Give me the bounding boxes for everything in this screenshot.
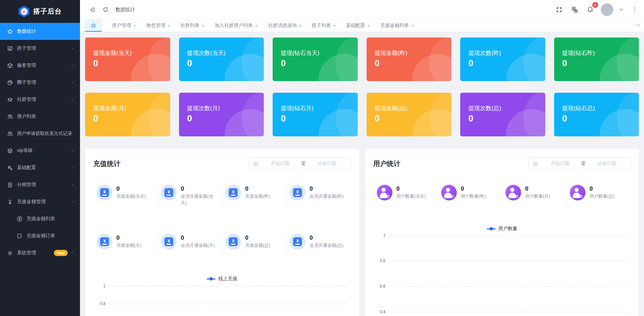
sidebar-item-vip-level[interactable]: vip等级 <box>0 142 80 159</box>
yen-badge-icon: ¥ <box>161 185 177 200</box>
tab-role-management[interactable]: 角色管理× <box>146 22 171 29</box>
stat-card-value: 0 <box>93 58 162 69</box>
sidebar-item-contact-request-records[interactable]: 用户申请获取联系方式记录 <box>0 125 80 142</box>
collapse-sidebar-icon[interactable] <box>87 4 98 15</box>
sidebar-item-circle-management[interactable]: 圈子管理 <box>0 74 80 91</box>
sidebar-item-label: 服务管理 <box>17 62 36 69</box>
stat-card-value: 0 <box>187 113 256 124</box>
kebab-menu-icon[interactable]: ⋮ <box>632 6 637 13</box>
star-icon <box>7 29 13 34</box>
chevron-down-icon <box>70 166 75 170</box>
yen-badge-icon: ¥ <box>290 234 305 250</box>
sidebar-item-service-management[interactable]: 服务管理 <box>0 57 80 74</box>
stat-item: ⚙0用户数量(总) <box>566 185 631 209</box>
stat-item: ⚙0用户数量(当天) <box>373 185 438 209</box>
stat-item: ¥0会员开通金额(昨) <box>286 185 351 209</box>
tab-bar: 用户管理× 角色管理× 社群列表× 加入社群用户列表× 社群消息滚动× 搭子列表… <box>80 19 644 32</box>
avatar[interactable] <box>601 3 613 16</box>
tab-join-community-user-list[interactable]: 加入社群用户列表× <box>215 22 258 29</box>
date-end-placeholder[interactable]: 结束日期 <box>587 161 626 167</box>
sidebar-item-label: 系统管理 <box>17 250 36 256</box>
tab-overflow-chevron-icon[interactable] <box>636 23 641 28</box>
sidebar-item-label: 用户列表 <box>17 114 36 120</box>
yen-circle-icon <box>16 216 22 222</box>
tab-user-management[interactable]: 用户管理× <box>112 22 136 29</box>
close-icon[interactable]: × <box>133 23 136 28</box>
fullscreen-icon[interactable] <box>554 4 564 15</box>
stat-card: 提现(钻石总)0 <box>554 93 639 136</box>
tab-community-list[interactable]: 社群列表× <box>180 22 205 29</box>
chart-legend[interactable]: 线上充值 <box>93 275 351 282</box>
tab-home[interactable] <box>85 19 102 32</box>
close-icon[interactable]: × <box>299 23 302 28</box>
stat-value: 0 <box>461 185 486 193</box>
stat-card-value: 0 <box>281 113 350 124</box>
sidebar-subitem-recharge-amount-orders[interactable]: 充值金额订单 <box>0 227 80 244</box>
sidebar-subitem-recharge-amount-list[interactable]: 充值金额列表 <box>0 210 80 227</box>
sidebar-item-distribution-management[interactable]: 分销管理 <box>0 176 80 193</box>
translate-icon[interactable] <box>569 4 580 15</box>
sidebar-item-label: 基础配置 <box>17 165 36 171</box>
tab-basic-config[interactable]: 基础配置× <box>346 22 370 29</box>
app-logo-icon: e <box>18 6 30 17</box>
refresh-icon[interactable] <box>100 4 111 15</box>
stat-card-value: 0 <box>375 58 444 69</box>
stat-item: ¥0充值金额(总) <box>222 234 286 258</box>
date-range-picker[interactable]: 开始日期 至 结束日期 <box>249 157 351 170</box>
y-tick-label: 0.8 <box>373 258 389 263</box>
sidebar-item-dazi-management[interactable]: 搭子管理 <box>0 40 80 57</box>
stat-card: 提现次数(昨)0 <box>460 37 545 81</box>
user-stats-panel: 用户统计 开始日期 至 结束日期 ⚙0用户数量(当天) ⚙0用户数量(昨) ⚙0… <box>365 149 639 316</box>
sidebar-item-system-management[interactable]: 系统管理 New <box>0 244 80 261</box>
sidebar-item-recharge-amount-management[interactable]: 充值金额管理 <box>0 193 80 210</box>
sidebar-item-label: 搭子管理 <box>17 45 36 51</box>
yen-badge-icon: ¥ <box>225 234 241 250</box>
user-line-chart: 用户数量 1 0.8 0.6 0.4 <box>373 225 631 314</box>
tab-label: 用户管理 <box>112 22 131 29</box>
close-icon[interactable]: × <box>255 23 258 28</box>
stat-card: 提现金额(总)0 <box>367 93 452 136</box>
date-start-placeholder[interactable]: 开始日期 <box>261 161 300 167</box>
chevron-down-icon[interactable] <box>616 4 626 15</box>
user-badge-icon: ⚙ <box>441 185 457 200</box>
y-tick-label: 1 <box>373 233 389 238</box>
tab-label: 角色管理 <box>146 22 165 29</box>
y-tick-label: 0.6 <box>373 284 389 289</box>
close-icon[interactable]: × <box>202 23 205 28</box>
close-icon[interactable]: × <box>333 23 336 28</box>
stat-card-title: 提现次数(月) <box>187 104 256 112</box>
date-range-picker[interactable]: 开始日期 至 结束日期 <box>529 157 631 170</box>
chevron-down-icon <box>70 183 75 187</box>
recharge-line-chart: 线上充值 1 0.8 <box>93 275 351 306</box>
date-start-placeholder[interactable]: 开始日期 <box>541 161 580 167</box>
stat-label: 充值金额(昨) <box>245 193 270 200</box>
close-icon[interactable]: × <box>411 23 414 28</box>
stat-card: 提现(钻石昨)0 <box>554 37 639 81</box>
sidebar-item-label: 充值金额管理 <box>17 199 46 205</box>
tab-community-message-scroll[interactable]: 社群消息滚动× <box>268 22 302 29</box>
stat-label: 充值金额(总) <box>245 242 270 249</box>
tab-label: 基础配置 <box>346 22 365 29</box>
tab-dazi-list[interactable]: 搭子列表× <box>312 22 336 29</box>
close-icon[interactable]: × <box>168 23 171 28</box>
sidebar-item-data-stats[interactable]: 数据统计 <box>0 23 80 40</box>
stat-card-value: 0 <box>468 113 537 124</box>
sidebar-item-label: 社群管理 <box>17 96 36 103</box>
date-end-placeholder[interactable]: 结束日期 <box>307 161 347 167</box>
new-badge: New <box>54 250 68 256</box>
yen-badge-icon: ¥ <box>225 185 241 200</box>
stat-label: 用户数量(昨) <box>461 193 486 200</box>
sidebar-item-user-list[interactable]: 用户列表 <box>0 108 80 125</box>
stat-card-title: 提现金额(总) <box>375 104 444 112</box>
tab-recharge-amount-list[interactable]: 充值金额列表× <box>380 22 414 29</box>
stat-item: ¥0会员开通金额(当天) <box>158 185 222 209</box>
sidebar-item-basic-config[interactable]: 基础配置 <box>0 159 80 176</box>
tab-label: 社群消息滚动 <box>268 22 296 29</box>
notifications-bell-icon[interactable]: 0 <box>585 4 595 15</box>
cube-icon <box>7 63 13 69</box>
close-icon[interactable]: × <box>368 23 370 28</box>
sidebar-item-community-management[interactable]: 社群管理 <box>0 91 80 108</box>
stat-card-title: 提现(钻石月) <box>281 104 350 112</box>
chart-legend[interactable]: 用户数量 <box>373 225 631 232</box>
notification-badge: 0 <box>592 2 598 8</box>
